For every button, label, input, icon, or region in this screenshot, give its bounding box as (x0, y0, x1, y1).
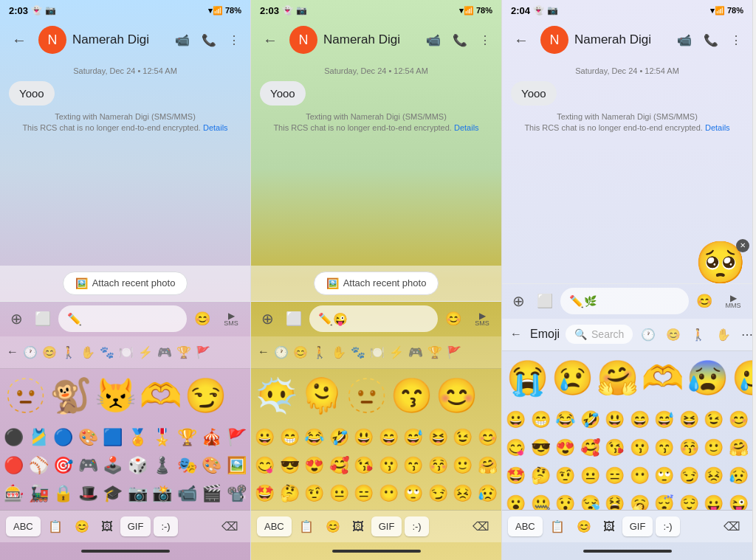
emoji-cell[interactable]: 😉 (701, 406, 726, 434)
emoji-cell[interactable]: 😶 (628, 462, 653, 490)
contact-name-3[interactable]: Namerah Digi (574, 32, 673, 47)
food-nav-icon-1[interactable]: 🍽️ (117, 342, 136, 362)
emoji-cell[interactable]: 🤩 (504, 462, 529, 490)
emoji-cell[interactable]: 🤗 (726, 434, 752, 462)
people-nav-icon-1[interactable]: 🚶 (59, 342, 78, 362)
emoji-cell[interactable]: 🤔 (529, 462, 554, 490)
emoji-cell[interactable]: 😮 (504, 490, 529, 511)
emoji-cell[interactable]: 😌 (677, 490, 702, 511)
emoji-cell[interactable]: 😥 (475, 480, 501, 508)
emoji-cell[interactable]: 😗 (628, 434, 653, 462)
emoticon-button-2[interactable]: :-) (405, 516, 428, 536)
clipboard-icon-1[interactable]: 📋 (44, 515, 67, 538)
emoji-large-1[interactable]: 🐒 (49, 378, 92, 412)
camera-icon-2[interactable]: ⬜ (281, 306, 306, 331)
emoji-large-y0[interactable]: 😶‍🌫️ (255, 378, 298, 412)
emoji-cell[interactable]: 🙂 (701, 434, 726, 462)
hand-nav-icon-3[interactable]: ✋ (714, 325, 733, 345)
gif-button-label-1[interactable]: 🖼 (97, 516, 117, 538)
emoji-cell[interactable]: 😀 (504, 406, 529, 434)
emoji-large-y4[interactable]: 😊 (436, 378, 478, 412)
send-button-1[interactable]: ▶ SMS (218, 305, 244, 332)
emoji-large-p4[interactable]: 😰 (687, 361, 729, 395)
emoji-cell[interactable]: 😑 (602, 462, 628, 490)
emoji-cell[interactable]: 🎬 (199, 480, 224, 508)
phone-icon-2[interactable]: 📞 (448, 29, 472, 52)
emoji-cell[interactable]: 😴 (652, 490, 677, 511)
sticker-icon-3[interactable]: 😊 (572, 515, 596, 538)
emoticon-button-3[interactable]: :-) (656, 516, 679, 536)
emoji-cell[interactable]: 😋 (504, 434, 529, 462)
emoji-cell[interactable]: 📸 (150, 480, 175, 508)
smiley-nav-icon-2[interactable]: 😊 (291, 342, 310, 362)
clipboard-icon-2[interactable]: 📋 (295, 515, 318, 538)
emoji-cell[interactable]: 😑 (351, 480, 377, 508)
emoji-icon-3[interactable]: 😊 (692, 288, 717, 314)
emoji-large-p2[interactable]: 🤗 (597, 361, 639, 395)
emoji-cell[interactable]: 🟦 (100, 424, 126, 452)
emoji-cell[interactable]: 😙 (401, 452, 426, 480)
recent-icon-2[interactable]: 🕐 (272, 342, 291, 362)
emoji-cell[interactable]: 🎽 (27, 424, 52, 452)
emoji-large-p0[interactable]: 😭 (506, 361, 549, 395)
hand-nav-icon-1[interactable]: ✋ (78, 342, 97, 362)
emoji-cell[interactable]: 🎩 (76, 480, 101, 508)
emoji-icon-2[interactable]: 😊 (441, 306, 466, 331)
emoji-cell[interactable]: 😙 (652, 434, 677, 462)
emoji-cell[interactable]: 😋 (252, 452, 278, 480)
emoji-cell[interactable]: 🚂 (27, 480, 52, 508)
emoji-cell[interactable]: 🔴 (1, 452, 27, 480)
kb-back-icon-1[interactable]: ← (4, 342, 21, 362)
emoji-cell[interactable]: 🎖️ (150, 424, 175, 452)
emoji-cell[interactable]: 😍 (553, 434, 578, 462)
emoji-cell[interactable]: 😫 (602, 490, 628, 511)
smiley-nav-icon-1[interactable]: 😊 (40, 342, 59, 362)
emoji-cell[interactable]: 😆 (677, 406, 702, 434)
rcs-details-link-1[interactable]: Details (203, 123, 228, 132)
objects-nav-icon-2[interactable]: 🎮 (406, 342, 425, 362)
emoji-large-4[interactable]: 😏 (185, 378, 227, 412)
more-options-icon-1[interactable]: ⋮ (224, 29, 244, 52)
emoji-cell[interactable]: 😂 (553, 406, 578, 434)
emoji-cell[interactable]: 🤗 (475, 452, 501, 480)
emoji-large-p1[interactable]: 😢 (551, 361, 594, 395)
avatar-2[interactable]: N (289, 26, 317, 54)
flag-nav-icon-1[interactable]: 🚩 (193, 342, 213, 362)
add-attachment-icon-3[interactable]: ⊕ (508, 288, 529, 314)
attach-photo-button-2[interactable]: 🖼️ Attach recent photo (314, 272, 439, 295)
animal-nav-icon-2[interactable]: 🐾 (348, 342, 368, 362)
emoji-cell[interactable]: 😜 (726, 490, 752, 511)
emoji-cell[interactable]: 😃 (602, 406, 628, 434)
emoji-cell[interactable]: 🤣 (578, 406, 603, 434)
emoji-cell[interactable]: 🙄 (401, 480, 426, 508)
emoji-cell[interactable]: 😎 (278, 452, 303, 480)
emoji-cell[interactable]: 😚 (426, 452, 451, 480)
emoji-cell[interactable]: 🖼️ (224, 452, 250, 480)
emoji-cell[interactable]: 😏 (426, 480, 451, 508)
emoji-cell[interactable]: 🙄 (652, 462, 677, 490)
symbols-nav-icon-1[interactable]: 🏆 (174, 342, 193, 362)
emoji-cell[interactable]: 🎰 (1, 480, 27, 508)
gif-label-2[interactable]: GIF (371, 516, 402, 536)
video-call-icon-2[interactable]: 📹 (422, 29, 445, 52)
emoji-cell[interactable]: 😣 (450, 480, 475, 508)
kb-back-icon-3[interactable]: ← (508, 325, 524, 344)
travel-nav-icon-2[interactable]: ⚡ (387, 342, 406, 362)
back-button-1[interactable]: ← (6, 26, 32, 55)
emoji-cell[interactable]: 😏 (677, 462, 702, 490)
emoji-cell[interactable]: 🤨 (302, 480, 327, 508)
emoji-large-y3[interactable]: 😙 (391, 378, 433, 412)
emoji-cell[interactable]: ⚾ (27, 452, 52, 480)
backspace-button-3[interactable]: ⌫ (718, 515, 746, 538)
emoji-cell[interactable]: 📷 (126, 480, 151, 508)
emoji-cell[interactable]: 🏆 (175, 424, 200, 452)
recent-icon-1[interactable]: 🕐 (21, 342, 40, 362)
gif-button-2[interactable]: 🖼 (348, 516, 368, 538)
emoji-cell[interactable]: 🤩 (252, 480, 278, 508)
flag-nav-icon-2[interactable]: 🚩 (444, 342, 464, 362)
emoji-cell[interactable]: 🤣 (327, 424, 352, 452)
emoji-cell[interactable]: 😘 (602, 434, 628, 462)
emoji-cell[interactable]: 😘 (351, 452, 377, 480)
phone-icon-3[interactable]: 📞 (699, 29, 723, 52)
emoji-cell[interactable]: 😊 (475, 424, 501, 452)
